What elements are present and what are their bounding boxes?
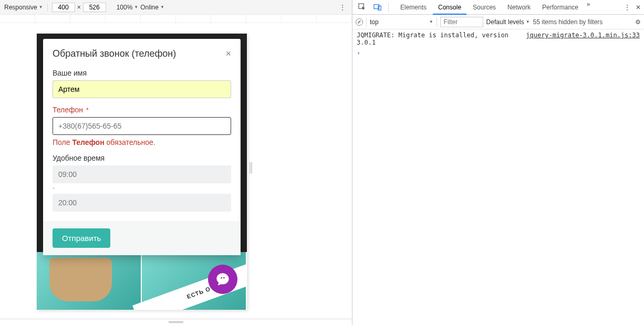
console-line: JQMIGRATE: Migrate is installed, version…	[357, 32, 640, 46]
phone-input[interactable]	[53, 117, 231, 135]
ruler	[0, 15, 352, 23]
chat-icon	[215, 272, 230, 287]
context-dropdown[interactable]: top ▼	[370, 18, 433, 26]
tab-elements[interactable]: Elements	[395, 1, 432, 14]
log-levels-dropdown[interactable]: Default levels ▼	[486, 18, 530, 26]
name-label: Ваше имя	[53, 69, 231, 77]
clear-console-icon[interactable]	[356, 18, 363, 26]
viewport: ЕСТЬ ОТКРЫТ Обратный звонок (телефон) × …	[37, 34, 247, 310]
time-to-input[interactable]	[53, 194, 231, 212]
network-label: Online	[140, 4, 159, 11]
kebab-icon[interactable]: ⋮	[624, 4, 630, 11]
console-filter-input[interactable]	[440, 17, 483, 27]
tab-sources[interactable]: Sources	[468, 1, 501, 14]
inspect-icon[interactable]	[356, 3, 368, 11]
kebab-icon[interactable]: ⋮	[339, 3, 347, 12]
gear-icon[interactable]: ⚙	[635, 18, 641, 26]
chevron-down-icon: ▼	[39, 5, 43, 9]
responsive-label: Responsive	[4, 4, 37, 11]
modal-title: Обратный звонок (телефон)	[53, 48, 176, 59]
chevron-down-icon: ▼	[526, 19, 530, 24]
zoom-label: 100%	[117, 4, 133, 11]
times-label: ×	[77, 4, 81, 11]
responsive-dropdown[interactable]: Responsive ▼	[4, 4, 43, 11]
tabs-overflow[interactable]: »	[585, 1, 593, 14]
tab-console[interactable]: Console	[433, 1, 466, 14]
svg-rect-2	[378, 6, 381, 10]
devtools-tabs: Elements Console Sources Network Perform…	[395, 1, 593, 14]
required-mark: *	[86, 107, 89, 114]
tab-network[interactable]: Network	[502, 1, 536, 14]
viewport-wrap: ЕСТЬ ОТКРЫТ Обратный звонок (телефон) × …	[0, 23, 352, 319]
network-dropdown[interactable]: Online ▼	[140, 4, 164, 11]
console-body: JQMIGRATE: Migrate is installed, version…	[352, 29, 644, 325]
zoom-dropdown[interactable]: 100% ▼	[117, 4, 139, 11]
device-panel: Responsive ▼ × 100% ▼ Online ▼ ⋮	[0, 0, 352, 325]
product-tile	[37, 252, 142, 310]
phone-error: Поле Телефон обязательное.	[53, 138, 231, 146]
tab-performance[interactable]: Performance	[537, 1, 584, 14]
chevron-down-icon: ▼	[160, 5, 164, 9]
name-input[interactable]	[53, 80, 231, 98]
height-input[interactable]	[83, 3, 106, 12]
width-input[interactable]	[52, 3, 75, 12]
submit-button[interactable]: Отправить	[53, 228, 110, 248]
chat-fab[interactable]	[208, 265, 237, 294]
devtools-header: Elements Console Sources Network Perform…	[352, 0, 644, 15]
close-icon[interactable]: ×	[225, 48, 231, 59]
hidden-items-info: 55 items hidden by filters	[533, 18, 603, 26]
time-label: Удобное время	[53, 154, 231, 162]
context-label: top	[370, 18, 379, 26]
resize-handle[interactable]: ║	[247, 162, 254, 173]
time-from-input[interactable]	[53, 165, 231, 183]
bottom-grip[interactable]	[0, 319, 352, 325]
console-message: JQMIGRATE: Migrate is installed, version…	[357, 32, 522, 46]
chevron-down-icon: ▼	[429, 19, 433, 24]
devtools: Elements Console Sources Network Perform…	[352, 0, 644, 325]
console-source-link[interactable]: jquery-migrate-3.0.1.min.js:33	[526, 32, 640, 46]
console-prompt[interactable]: ›	[357, 49, 640, 57]
time-sep: -	[53, 184, 231, 192]
device-toggle-icon[interactable]	[371, 4, 384, 11]
phone-label: Телефон *	[53, 106, 231, 114]
device-toolbar: Responsive ▼ × 100% ▼ Online ▼ ⋮	[0, 0, 352, 15]
levels-label: Default levels	[486, 18, 524, 26]
callback-modal: Обратный звонок (телефон) × Ваше имя Тел…	[43, 39, 241, 255]
close-icon[interactable]: ✕	[636, 4, 641, 11]
chevron-down-icon: ▼	[134, 5, 138, 9]
bag-image	[49, 258, 112, 301]
console-toolbar: top ▼ Default levels ▼ 55 items hidden b…	[352, 15, 644, 29]
separator	[47, 3, 48, 12]
